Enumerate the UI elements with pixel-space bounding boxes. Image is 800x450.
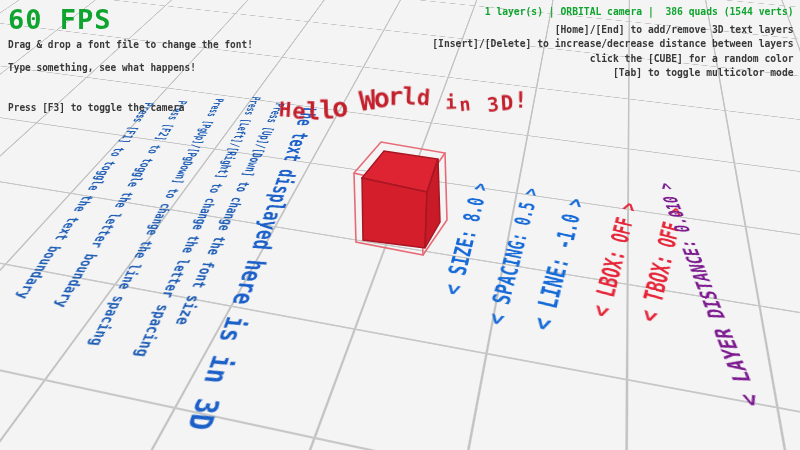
cube[interactable] (325, 125, 455, 263)
hint-block-left: Drag & drop a font file to change the fo… (8, 33, 253, 79)
hint-block-right: 1 layer(s) | ORBITAL camera | 386 quads … (433, 5, 794, 81)
fps-counter: 60 FPS (8, 4, 112, 35)
layer-distance-hint: [Insert]/[Delete] to increase/decrease d… (433, 37, 794, 52)
setting-label-lbox: < LBOX: OFF > (588, 201, 641, 321)
camera-toggle-hint: Press [F3] to toggle the camera (8, 101, 185, 114)
layers-hint: [Home]/[End] to add/remove 3D text layer… (433, 23, 794, 38)
setting-label-line: < LINE: -1.0 > (528, 196, 588, 333)
setting-label-layer-distance: < LAYER DISTANCE: 0.010 > (655, 183, 765, 407)
drag-drop-hint: Drag & drop a font file to change the fo… (8, 33, 253, 56)
font-demo-app: Press [F1] to toggle the text boundaryPr… (0, 0, 800, 450)
cube-color-hint: click the [CUBE] for a random color (433, 52, 794, 67)
multicolor-hint: [Tab] to toggle multicolor mode (433, 66, 794, 81)
status-bar: 1 layer(s) | ORBITAL camera | 386 quads … (433, 5, 794, 20)
type-hint: Type something, see what happens! (8, 56, 253, 79)
